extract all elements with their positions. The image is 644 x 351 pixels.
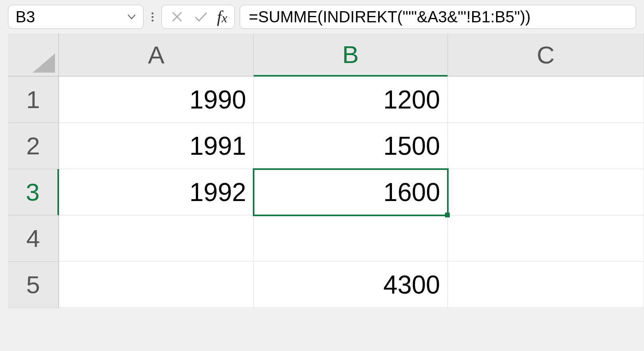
cell-a2[interactable]: 1991: [59, 123, 254, 169]
formula-buttons-group: fx: [161, 5, 235, 29]
row-header-3[interactable]: 3: [8, 169, 59, 215]
row-header-1[interactable]: 1: [8, 77, 59, 123]
column-header-a[interactable]: A: [59, 34, 254, 77]
cell-c2[interactable]: [448, 123, 644, 169]
row-header-4[interactable]: 4: [8, 215, 59, 262]
cell-a4[interactable]: [59, 215, 254, 262]
name-box[interactable]: B3: [8, 5, 144, 29]
row-3: 3 1992 1600: [8, 169, 644, 215]
cell-b5[interactable]: 4300: [254, 262, 447, 308]
cell-b4[interactable]: [254, 215, 447, 262]
more-options-icon[interactable]: [148, 12, 157, 22]
name-box-value: B3: [16, 8, 35, 26]
cell-c3[interactable]: [448, 169, 644, 215]
enter-icon[interactable]: [193, 9, 209, 25]
cell-a1[interactable]: 1990: [59, 77, 254, 123]
cell-a3[interactable]: 1992: [59, 169, 254, 215]
cell-c5[interactable]: [448, 262, 644, 308]
cell-b2[interactable]: 1500: [254, 123, 447, 169]
row-5: 5 4300: [8, 262, 644, 308]
row-4: 4: [8, 215, 644, 262]
fx-icon[interactable]: fx: [217, 7, 227, 26]
row-header-2[interactable]: 2: [8, 123, 59, 169]
cell-b1[interactable]: 1200: [254, 77, 447, 123]
cell-c4[interactable]: [448, 215, 644, 262]
cancel-icon[interactable]: [169, 9, 185, 25]
chevron-down-icon[interactable]: [127, 14, 136, 20]
row-header-5[interactable]: 5: [8, 262, 59, 308]
formula-input[interactable]: =SUMME(INDIREKT("'"&A3&"'!B1:B5")): [240, 5, 636, 29]
row-2: 2 1991 1500: [8, 123, 644, 169]
formula-text: =SUMME(INDIREKT("'"&A3&"'!B1:B5")): [249, 8, 531, 26]
cell-b3[interactable]: 1600: [254, 169, 447, 215]
spreadsheet-grid: A B C 1 1990 1200 2 1991 1500 3 1992 160…: [0, 34, 644, 308]
column-header-c[interactable]: C: [448, 34, 644, 77]
column-header-row: A B C: [8, 34, 644, 77]
column-header-b[interactable]: B: [254, 34, 447, 77]
formula-bar-container: B3 fx =SUMME(INDIREKT("'"&A3&"'!B1:B5")): [0, 0, 644, 34]
cell-a5[interactable]: [59, 262, 254, 308]
cell-c1[interactable]: [448, 77, 644, 123]
row-1: 1 1990 1200: [8, 77, 644, 123]
select-all-button[interactable]: [8, 34, 59, 77]
